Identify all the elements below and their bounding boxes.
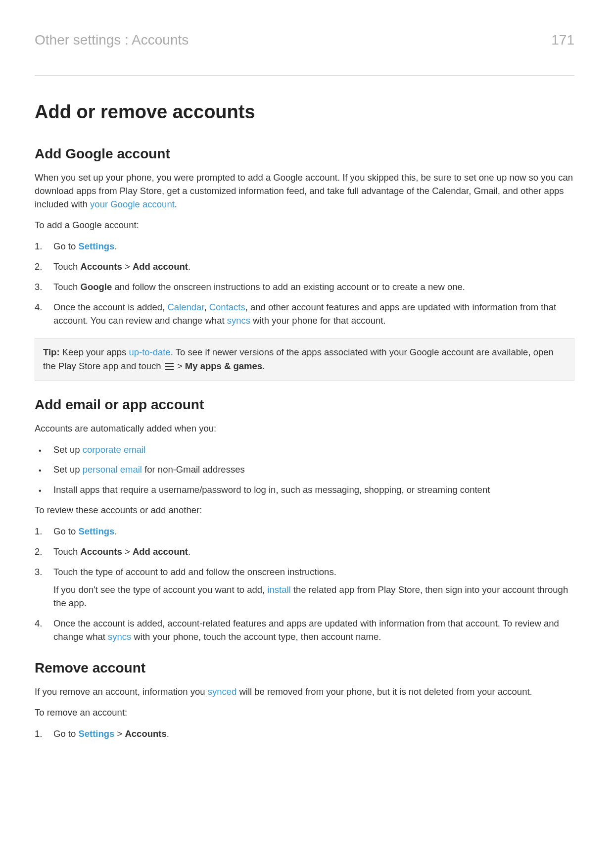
link-settings[interactable]: Settings (78, 526, 114, 536)
ui-label-google: Google (81, 282, 112, 292)
instruction-lead: To review these accounts or add another: (35, 504, 574, 517)
page-header: Other settings : Accounts 171 (35, 30, 574, 76)
step-item: Go to Settings. (35, 240, 574, 253)
ui-label-accounts: Accounts (81, 546, 122, 557)
tip-box: Tip: Keep your apps up-to-date. To see i… (35, 338, 574, 381)
link-your-google-account[interactable]: your Google account (90, 199, 175, 209)
instruction-lead: To add a Google account: (35, 219, 574, 232)
ui-label-add-account: Add account (133, 546, 188, 557)
ui-label-accounts: Accounts (81, 261, 122, 272)
ui-label-accounts: Accounts (125, 728, 166, 739)
breadcrumb: Other settings : Accounts (35, 30, 189, 50)
step-sub-paragraph: If you don't see the type of account you… (53, 583, 574, 610)
steps-add-email: Go to Settings. Touch Accounts > Add acc… (35, 525, 574, 644)
step-item: Once the account is added, account-relat… (35, 617, 574, 644)
link-install[interactable]: install (267, 584, 290, 595)
body-text: Accounts are automatically added when yo… (35, 422, 574, 435)
steps-remove: Go to Settings > Accounts. (35, 727, 574, 741)
ui-label-add-account: Add account (133, 261, 188, 272)
steps-add-google: Go to Settings. Touch Accounts > Add acc… (35, 240, 574, 327)
section-heading-add-email: Add email or app account (35, 394, 574, 415)
list-item: Set up personal email for non-Gmail addr… (35, 463, 574, 477)
section-heading-add-google: Add Google account (35, 144, 574, 164)
page-title: Add or remove accounts (35, 98, 574, 126)
link-settings[interactable]: Settings (78, 728, 114, 739)
link-up-to-date[interactable]: up-to-date (129, 347, 170, 357)
step-item: Touch Accounts > Add account. (35, 260, 574, 274)
hamburger-menu-icon (165, 363, 174, 370)
link-syncs[interactable]: syncs (227, 315, 250, 326)
link-contacts[interactable]: Contacts (209, 302, 245, 312)
step-item: Touch Google and follow the onscreen ins… (35, 281, 574, 294)
tip-label: Tip: (43, 347, 60, 357)
intro-paragraph: When you set up your phone, you were pro… (35, 171, 574, 211)
instruction-lead: To remove an account: (35, 706, 574, 720)
link-synced[interactable]: synced (208, 686, 237, 697)
page-number: 171 (551, 30, 574, 50)
link-personal-email[interactable]: personal email (83, 464, 142, 475)
section-heading-remove: Remove account (35, 658, 574, 678)
step-item: Go to Settings > Accounts. (35, 727, 574, 741)
step-item: Go to Settings. (35, 525, 574, 538)
list-item: Install apps that require a username/pas… (35, 483, 574, 497)
link-calendar[interactable]: Calendar (167, 302, 204, 312)
bullet-list: Set up corporate email Set up personal e… (35, 443, 574, 497)
link-syncs[interactable]: syncs (108, 631, 131, 642)
step-item: Once the account is added, Calendar, Con… (35, 301, 574, 328)
step-item: Touch the type of account to add and fol… (35, 566, 574, 610)
link-settings[interactable]: Settings (78, 241, 114, 251)
ui-label-my-apps-games: My apps & games (185, 361, 262, 371)
link-corporate-email[interactable]: corporate email (83, 444, 146, 455)
list-item: Set up corporate email (35, 443, 574, 457)
step-item: Touch Accounts > Add account. (35, 545, 574, 559)
body-text: If you remove an account, information yo… (35, 685, 574, 699)
